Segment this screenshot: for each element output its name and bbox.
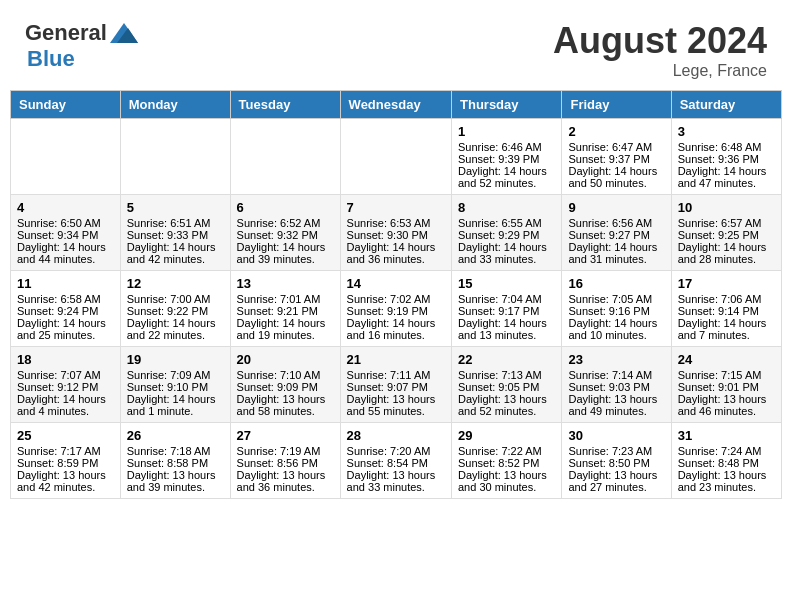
- daylight-hours: Daylight: 13 hours and 46 minutes.: [678, 393, 775, 417]
- sunset: Sunset: 9:05 PM: [458, 381, 555, 393]
- calendar-day: 21Sunrise: 7:11 AMSunset: 9:07 PMDayligh…: [340, 347, 451, 423]
- day-number: 22: [458, 352, 555, 367]
- daylight-hours: Daylight: 14 hours and 42 minutes.: [127, 241, 224, 265]
- sunrise: Sunrise: 6:52 AM: [237, 217, 334, 229]
- sunset: Sunset: 9:24 PM: [17, 305, 114, 317]
- sunset: Sunset: 9:37 PM: [568, 153, 664, 165]
- calendar-day: 16Sunrise: 7:05 AMSunset: 9:16 PMDayligh…: [562, 271, 671, 347]
- day-number: 2: [568, 124, 664, 139]
- calendar-day: 4Sunrise: 6:50 AMSunset: 9:34 PMDaylight…: [11, 195, 121, 271]
- day-number: 11: [17, 276, 114, 291]
- day-number: 4: [17, 200, 114, 215]
- day-number: 9: [568, 200, 664, 215]
- day-number: 30: [568, 428, 664, 443]
- daylight-hours: Daylight: 13 hours and 58 minutes.: [237, 393, 334, 417]
- day-number: 16: [568, 276, 664, 291]
- month-title: August 2024: [553, 20, 767, 62]
- calendar-day: 7Sunrise: 6:53 AMSunset: 9:30 PMDaylight…: [340, 195, 451, 271]
- calendar-day: 24Sunrise: 7:15 AMSunset: 9:01 PMDayligh…: [671, 347, 781, 423]
- day-number: 26: [127, 428, 224, 443]
- day-number: 31: [678, 428, 775, 443]
- sunset: Sunset: 8:48 PM: [678, 457, 775, 469]
- day-number: 10: [678, 200, 775, 215]
- daylight-hours: Daylight: 14 hours and 52 minutes.: [458, 165, 555, 189]
- daylight-hours: Daylight: 14 hours and 13 minutes.: [458, 317, 555, 341]
- sunrise: Sunrise: 7:13 AM: [458, 369, 555, 381]
- sunset: Sunset: 9:01 PM: [678, 381, 775, 393]
- sunrise: Sunrise: 7:23 AM: [568, 445, 664, 457]
- sunrise: Sunrise: 6:56 AM: [568, 217, 664, 229]
- sunset: Sunset: 9:03 PM: [568, 381, 664, 393]
- calendar-day: 26Sunrise: 7:18 AMSunset: 8:58 PMDayligh…: [120, 423, 230, 499]
- calendar-day: 6Sunrise: 6:52 AMSunset: 9:32 PMDaylight…: [230, 195, 340, 271]
- sunrise: Sunrise: 7:24 AM: [678, 445, 775, 457]
- daylight-hours: Daylight: 13 hours and 55 minutes.: [347, 393, 445, 417]
- calendar-week-row: 25Sunrise: 7:17 AMSunset: 8:59 PMDayligh…: [11, 423, 782, 499]
- daylight-hours: Daylight: 14 hours and 50 minutes.: [568, 165, 664, 189]
- daylight-hours: Daylight: 14 hours and 44 minutes.: [17, 241, 114, 265]
- daylight-hours: Daylight: 14 hours and 47 minutes.: [678, 165, 775, 189]
- sunrise: Sunrise: 7:17 AM: [17, 445, 114, 457]
- sunset: Sunset: 9:36 PM: [678, 153, 775, 165]
- sunrise: Sunrise: 6:48 AM: [678, 141, 775, 153]
- daylight-hours: Daylight: 13 hours and 52 minutes.: [458, 393, 555, 417]
- day-number: 18: [17, 352, 114, 367]
- sunset: Sunset: 9:33 PM: [127, 229, 224, 241]
- calendar-week-row: 18Sunrise: 7:07 AMSunset: 9:12 PMDayligh…: [11, 347, 782, 423]
- sunset: Sunset: 9:12 PM: [17, 381, 114, 393]
- daylight-hours: Daylight: 13 hours and 42 minutes.: [17, 469, 114, 493]
- daylight-hours: Daylight: 14 hours and 39 minutes.: [237, 241, 334, 265]
- daylight-hours: Daylight: 14 hours and 10 minutes.: [568, 317, 664, 341]
- calendar-day: 2Sunrise: 6:47 AMSunset: 9:37 PMDaylight…: [562, 119, 671, 195]
- daylight-hours: Daylight: 13 hours and 33 minutes.: [347, 469, 445, 493]
- day-number: 24: [678, 352, 775, 367]
- day-number: 1: [458, 124, 555, 139]
- weekday-header: Saturday: [671, 91, 781, 119]
- sunrise: Sunrise: 7:22 AM: [458, 445, 555, 457]
- weekday-header: Wednesday: [340, 91, 451, 119]
- sunset: Sunset: 9:39 PM: [458, 153, 555, 165]
- calendar-day: 17Sunrise: 7:06 AMSunset: 9:14 PMDayligh…: [671, 271, 781, 347]
- sunrise: Sunrise: 7:02 AM: [347, 293, 445, 305]
- daylight-hours: Daylight: 14 hours and 19 minutes.: [237, 317, 334, 341]
- location: Lege, France: [553, 62, 767, 80]
- sunrise: Sunrise: 6:51 AM: [127, 217, 224, 229]
- weekday-header: Tuesday: [230, 91, 340, 119]
- day-number: 7: [347, 200, 445, 215]
- calendar-day: 28Sunrise: 7:20 AMSunset: 8:54 PMDayligh…: [340, 423, 451, 499]
- calendar-day: 30Sunrise: 7:23 AMSunset: 8:50 PMDayligh…: [562, 423, 671, 499]
- sunrise: Sunrise: 7:20 AM: [347, 445, 445, 457]
- day-number: 19: [127, 352, 224, 367]
- daylight-hours: Daylight: 14 hours and 31 minutes.: [568, 241, 664, 265]
- day-number: 23: [568, 352, 664, 367]
- sunrise: Sunrise: 6:47 AM: [568, 141, 664, 153]
- calendar-day: 9Sunrise: 6:56 AMSunset: 9:27 PMDaylight…: [562, 195, 671, 271]
- sunrise: Sunrise: 6:55 AM: [458, 217, 555, 229]
- daylight-hours: Daylight: 13 hours and 23 minutes.: [678, 469, 775, 493]
- calendar-day: 11Sunrise: 6:58 AMSunset: 9:24 PMDayligh…: [11, 271, 121, 347]
- sunset: Sunset: 8:52 PM: [458, 457, 555, 469]
- sunrise: Sunrise: 7:04 AM: [458, 293, 555, 305]
- sunrise: Sunrise: 6:53 AM: [347, 217, 445, 229]
- sunset: Sunset: 9:22 PM: [127, 305, 224, 317]
- daylight-hours: Daylight: 14 hours and 36 minutes.: [347, 241, 445, 265]
- title-block: August 2024 Lege, France: [553, 20, 767, 80]
- page-header: General Blue August 2024 Lege, France: [10, 10, 782, 85]
- weekday-header: Sunday: [11, 91, 121, 119]
- sunset: Sunset: 9:17 PM: [458, 305, 555, 317]
- calendar-day: 23Sunrise: 7:14 AMSunset: 9:03 PMDayligh…: [562, 347, 671, 423]
- sunset: Sunset: 8:56 PM: [237, 457, 334, 469]
- daylight-hours: Daylight: 14 hours and 22 minutes.: [127, 317, 224, 341]
- sunrise: Sunrise: 7:18 AM: [127, 445, 224, 457]
- day-number: 5: [127, 200, 224, 215]
- calendar-day: 5Sunrise: 6:51 AMSunset: 9:33 PMDaylight…: [120, 195, 230, 271]
- sunset: Sunset: 8:58 PM: [127, 457, 224, 469]
- logo-general: General: [25, 20, 107, 46]
- sunrise: Sunrise: 6:58 AM: [17, 293, 114, 305]
- daylight-hours: Daylight: 14 hours and 4 minutes.: [17, 393, 114, 417]
- sunset: Sunset: 9:07 PM: [347, 381, 445, 393]
- calendar-day: [11, 119, 121, 195]
- calendar-day: [340, 119, 451, 195]
- day-number: 17: [678, 276, 775, 291]
- sunrise: Sunrise: 7:19 AM: [237, 445, 334, 457]
